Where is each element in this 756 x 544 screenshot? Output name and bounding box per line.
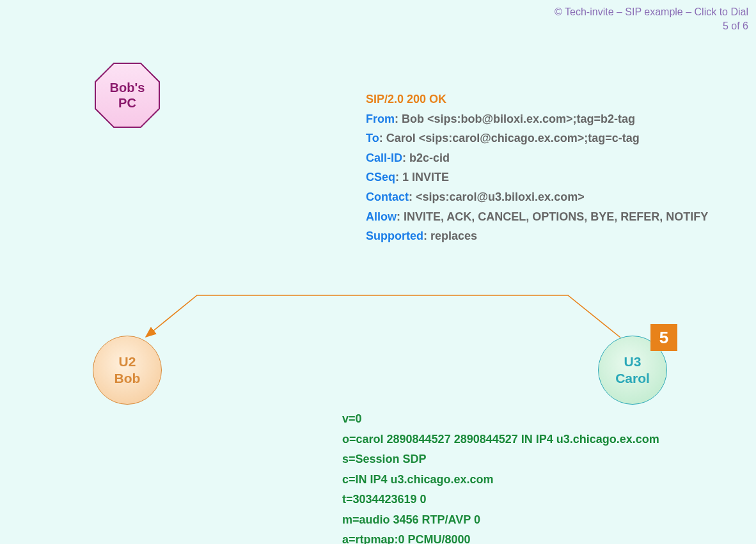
sip-allow-val: : INVITE, ACK, CANCEL, OPTIONS, BYE, REF… xyxy=(397,210,708,223)
step-badge: 5 xyxy=(650,324,677,351)
sip-supported-key: Supported xyxy=(366,229,423,242)
sip-cseq-key: CSeq xyxy=(366,171,395,183)
sip-contact-val: : <sips:carol@u3.biloxi.ex.com> xyxy=(409,190,585,203)
sdp-o: o=carol 2890844527 2890844527 IN IP4 u3.… xyxy=(342,430,659,450)
sip-message-block: SIP/2.0 200 OK From: Bob <sips:bob@bilox… xyxy=(366,89,708,246)
u2-line1: U2 xyxy=(119,354,136,369)
sip-cseq: CSeq: 1 INVITE xyxy=(366,167,708,187)
copyright-block: © Tech-invite – SIP example – Click to D… xyxy=(555,5,748,34)
bobs-pc-label: Bob's PC xyxy=(110,80,145,111)
u2-bob-node: U2 Bob xyxy=(93,336,162,405)
u3-line1: U3 xyxy=(624,354,642,369)
sdp-t: t=3034423619 0 xyxy=(342,490,659,510)
sip-callid: Call-ID: b2c-cid xyxy=(366,148,708,168)
copyright-line2: 5 of 6 xyxy=(555,19,748,33)
sip-allow-key: Allow xyxy=(366,210,397,223)
sip-from: From: Bob <sips:bob@biloxi.ex.com>;tag=b… xyxy=(366,109,708,129)
sip-supported-val: : replaces xyxy=(423,229,477,242)
sip-to: To: Carol <sips:carol@chicago.ex.com>;ta… xyxy=(366,128,708,148)
sip-callid-val: : b2c-cid xyxy=(402,152,450,164)
sip-allow: Allow: INVITE, ACK, CANCEL, OPTIONS, BYE… xyxy=(366,207,708,227)
bobs-pc-line2: PC xyxy=(118,96,136,110)
bobs-pc-node: Bob's PC xyxy=(96,64,159,127)
sip-from-key: From xyxy=(366,113,395,125)
copyright-line1: © Tech-invite – SIP example – Click to D… xyxy=(555,5,748,19)
sip-from-val: : Bob <sips:bob@biloxi.ex.com>;tag=b2-ta… xyxy=(395,113,635,125)
sip-contact-key: Contact xyxy=(366,190,409,203)
sip-to-val: : Carol <sips:carol@chicago.ex.com>;tag=… xyxy=(379,132,640,144)
u3-carol-label: U3 Carol xyxy=(615,354,650,387)
sdp-c: c=IN IP4 u3.chicago.ex.com xyxy=(342,470,659,490)
sdp-block: v=0 o=carol 2890844527 2890844527 IN IP4… xyxy=(342,409,659,544)
bobs-pc-line1: Bob's xyxy=(110,81,145,95)
sip-supported: Supported: replaces xyxy=(366,226,708,246)
sip-contact: Contact: <sips:carol@u3.biloxi.ex.com> xyxy=(366,187,708,207)
u2-bob-label: U2 Bob xyxy=(114,354,141,387)
sdp-v: v=0 xyxy=(342,409,659,430)
sip-cseq-val: : 1 INVITE xyxy=(395,171,449,183)
u3-line2: Carol xyxy=(615,371,650,385)
sdp-s: s=Session SDP xyxy=(342,449,659,470)
sip-to-key: To xyxy=(366,132,379,144)
sdp-m: m=audio 3456 RTP/AVP 0 xyxy=(342,510,659,531)
sdp-a: a=rtpmap:0 PCMU/8000 xyxy=(342,530,659,544)
sip-status-line: SIP/2.0 200 OK xyxy=(366,89,708,109)
sip-callid-key: Call-ID xyxy=(366,152,402,164)
u2-line2: Bob xyxy=(114,371,141,385)
